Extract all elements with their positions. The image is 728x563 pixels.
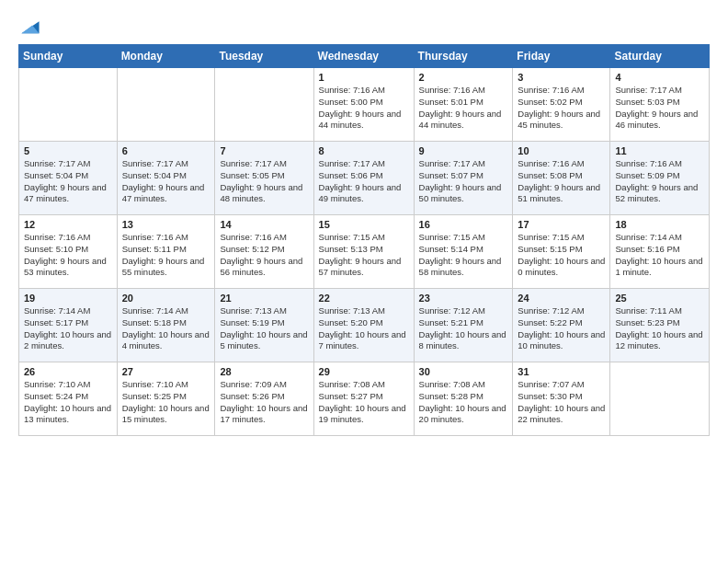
day-number: 21: [220, 293, 308, 304]
cell-content: Sunrise: 7:14 AM Sunset: 5:17 PM Dayligh…: [24, 305, 112, 352]
cell-content: Sunrise: 7:17 AM Sunset: 5:04 PM Dayligh…: [24, 158, 112, 205]
day-number: 13: [122, 219, 210, 230]
calendar-cell: 7Sunrise: 7:17 AM Sunset: 5:05 PM Daylig…: [215, 142, 313, 215]
cell-content: Sunrise: 7:16 AM Sunset: 5:00 PM Dayligh…: [319, 85, 409, 132]
cell-content: Sunrise: 7:17 AM Sunset: 5:06 PM Dayligh…: [319, 158, 409, 205]
weekday-header-tuesday: Tuesday: [215, 45, 313, 68]
day-number: 7: [220, 145, 308, 156]
cell-content: Sunrise: 7:12 AM Sunset: 5:21 PM Dayligh…: [419, 305, 508, 352]
calendar-week-row: 1Sunrise: 7:16 AM Sunset: 5:00 PM Daylig…: [19, 68, 710, 142]
calendar-cell: 6Sunrise: 7:17 AM Sunset: 5:04 PM Daylig…: [117, 142, 215, 215]
cell-content: Sunrise: 7:17 AM Sunset: 5:07 PM Dayligh…: [419, 158, 508, 205]
day-number: 1: [319, 72, 409, 83]
cell-content: Sunrise: 7:12 AM Sunset: 5:22 PM Dayligh…: [518, 305, 605, 352]
calendar-week-row: 5Sunrise: 7:17 AM Sunset: 5:04 PM Daylig…: [19, 142, 710, 215]
page: SundayMondayTuesdayWednesdayThursdayFrid…: [0, 0, 728, 563]
day-number: 12: [24, 219, 112, 230]
logo: [18, 17, 40, 37]
day-number: 5: [24, 145, 112, 156]
day-number: 6: [122, 145, 210, 156]
calendar-week-row: 12Sunrise: 7:16 AM Sunset: 5:10 PM Dayli…: [19, 215, 710, 289]
calendar-cell: 13Sunrise: 7:16 AM Sunset: 5:11 PM Dayli…: [117, 215, 215, 289]
calendar-cell: 27Sunrise: 7:10 AM Sunset: 5:25 PM Dayli…: [117, 362, 215, 436]
weekday-header-saturday: Saturday: [610, 45, 710, 68]
weekday-header-sunday: Sunday: [19, 45, 118, 68]
cell-content: Sunrise: 7:16 AM Sunset: 5:08 PM Dayligh…: [518, 158, 605, 205]
day-number: 2: [419, 72, 508, 83]
calendar-cell: [215, 68, 313, 142]
calendar-cell: 23Sunrise: 7:12 AM Sunset: 5:21 PM Dayli…: [414, 289, 513, 362]
cell-content: Sunrise: 7:10 AM Sunset: 5:25 PM Dayligh…: [122, 379, 210, 426]
day-number: 30: [419, 366, 508, 377]
cell-content: Sunrise: 7:15 AM Sunset: 5:15 PM Dayligh…: [518, 232, 605, 279]
calendar-week-row: 19Sunrise: 7:14 AM Sunset: 5:17 PM Dayli…: [19, 289, 710, 362]
calendar-cell: 5Sunrise: 7:17 AM Sunset: 5:04 PM Daylig…: [19, 142, 118, 215]
cell-content: Sunrise: 7:13 AM Sunset: 5:19 PM Dayligh…: [220, 305, 308, 352]
day-number: 26: [24, 366, 112, 377]
cell-content: Sunrise: 7:17 AM Sunset: 5:04 PM Dayligh…: [122, 158, 210, 205]
cell-content: Sunrise: 7:08 AM Sunset: 5:27 PM Dayligh…: [319, 379, 409, 426]
calendar-cell: 2Sunrise: 7:16 AM Sunset: 5:01 PM Daylig…: [414, 68, 513, 142]
calendar-cell: 14Sunrise: 7:16 AM Sunset: 5:12 PM Dayli…: [215, 215, 313, 289]
calendar-cell: 11Sunrise: 7:16 AM Sunset: 5:09 PM Dayli…: [610, 142, 710, 215]
day-number: 23: [419, 293, 508, 304]
weekday-header-wednesday: Wednesday: [313, 45, 414, 68]
calendar-cell: 17Sunrise: 7:15 AM Sunset: 5:15 PM Dayli…: [513, 215, 610, 289]
calendar-week-row: 26Sunrise: 7:10 AM Sunset: 5:24 PM Dayli…: [19, 362, 710, 436]
calendar-cell: 26Sunrise: 7:10 AM Sunset: 5:24 PM Dayli…: [19, 362, 118, 436]
calendar-cell: 9Sunrise: 7:17 AM Sunset: 5:07 PM Daylig…: [414, 142, 513, 215]
day-number: 8: [319, 145, 409, 156]
calendar-cell: 8Sunrise: 7:17 AM Sunset: 5:06 PM Daylig…: [313, 142, 414, 215]
weekday-header-thursday: Thursday: [414, 45, 513, 68]
calendar-cell: 21Sunrise: 7:13 AM Sunset: 5:19 PM Dayli…: [215, 289, 313, 362]
calendar-cell: 18Sunrise: 7:14 AM Sunset: 5:16 PM Dayli…: [610, 215, 710, 289]
weekday-header-friday: Friday: [513, 45, 610, 68]
calendar-cell: 12Sunrise: 7:16 AM Sunset: 5:10 PM Dayli…: [19, 215, 118, 289]
day-number: 17: [518, 219, 605, 230]
day-number: 14: [220, 219, 308, 230]
calendar: SundayMondayTuesdayWednesdayThursdayFrid…: [18, 44, 710, 436]
day-number: 9: [419, 145, 508, 156]
cell-content: Sunrise: 7:16 AM Sunset: 5:01 PM Dayligh…: [419, 85, 508, 132]
day-number: 29: [319, 366, 409, 377]
cell-content: Sunrise: 7:16 AM Sunset: 5:11 PM Dayligh…: [122, 232, 210, 279]
cell-content: Sunrise: 7:17 AM Sunset: 5:03 PM Dayligh…: [615, 85, 704, 132]
cell-content: Sunrise: 7:16 AM Sunset: 5:09 PM Dayligh…: [615, 158, 704, 205]
cell-content: Sunrise: 7:15 AM Sunset: 5:13 PM Dayligh…: [319, 232, 409, 279]
day-number: 15: [319, 219, 409, 230]
cell-content: Sunrise: 7:14 AM Sunset: 5:16 PM Dayligh…: [615, 232, 704, 279]
cell-content: Sunrise: 7:13 AM Sunset: 5:20 PM Dayligh…: [319, 305, 409, 352]
cell-content: Sunrise: 7:17 AM Sunset: 5:05 PM Dayligh…: [220, 158, 308, 205]
day-number: 18: [615, 219, 704, 230]
calendar-cell: [610, 362, 710, 436]
day-number: 16: [419, 219, 508, 230]
cell-content: Sunrise: 7:16 AM Sunset: 5:12 PM Dayligh…: [220, 232, 308, 279]
weekday-header-row: SundayMondayTuesdayWednesdayThursdayFrid…: [19, 45, 710, 68]
calendar-cell: 24Sunrise: 7:12 AM Sunset: 5:22 PM Dayli…: [513, 289, 610, 362]
cell-content: Sunrise: 7:15 AM Sunset: 5:14 PM Dayligh…: [419, 232, 508, 279]
cell-content: Sunrise: 7:16 AM Sunset: 5:10 PM Dayligh…: [24, 232, 112, 279]
calendar-cell: 22Sunrise: 7:13 AM Sunset: 5:20 PM Dayli…: [313, 289, 414, 362]
header: [18, 17, 710, 37]
calendar-cell: 28Sunrise: 7:09 AM Sunset: 5:26 PM Dayli…: [215, 362, 313, 436]
calendar-cell: 1Sunrise: 7:16 AM Sunset: 5:00 PM Daylig…: [313, 68, 414, 142]
cell-content: Sunrise: 7:11 AM Sunset: 5:23 PM Dayligh…: [615, 305, 704, 352]
cell-content: Sunrise: 7:10 AM Sunset: 5:24 PM Dayligh…: [24, 379, 112, 426]
day-number: 3: [518, 72, 605, 83]
day-number: 24: [518, 293, 605, 304]
day-number: 27: [122, 366, 210, 377]
calendar-cell: [117, 68, 215, 142]
calendar-cell: 15Sunrise: 7:15 AM Sunset: 5:13 PM Dayli…: [313, 215, 414, 289]
calendar-cell: 31Sunrise: 7:07 AM Sunset: 5:30 PM Dayli…: [513, 362, 610, 436]
day-number: 10: [518, 145, 605, 156]
calendar-cell: 10Sunrise: 7:16 AM Sunset: 5:08 PM Dayli…: [513, 142, 610, 215]
calendar-cell: 29Sunrise: 7:08 AM Sunset: 5:27 PM Dayli…: [313, 362, 414, 436]
day-number: 22: [319, 293, 409, 304]
day-number: 4: [615, 72, 704, 83]
day-number: 31: [518, 366, 605, 377]
cell-content: Sunrise: 7:16 AM Sunset: 5:02 PM Dayligh…: [518, 85, 605, 132]
calendar-cell: 4Sunrise: 7:17 AM Sunset: 5:03 PM Daylig…: [610, 68, 710, 142]
day-number: 28: [220, 366, 308, 377]
calendar-cell: 19Sunrise: 7:14 AM Sunset: 5:17 PM Dayli…: [19, 289, 118, 362]
logo-icon: [20, 17, 40, 37]
